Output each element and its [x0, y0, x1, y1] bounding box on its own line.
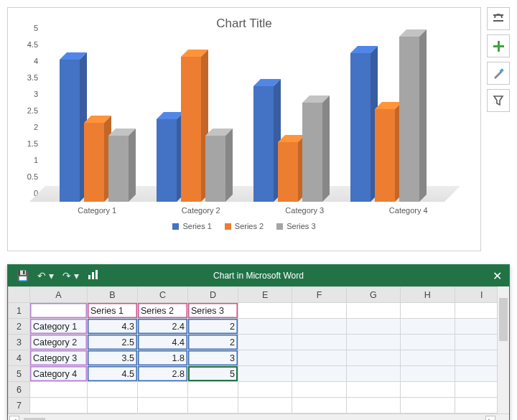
- excel-data-window[interactable]: 💾 ↶ ▾ ↷ ▾ Chart in Microsoft Word ✕ A B …: [7, 264, 510, 420]
- cell[interactable]: Category 2: [30, 335, 88, 350]
- plot-area[interactable]: 00.511.522.533.544.55: [45, 37, 460, 202]
- undo-icon[interactable]: ↶ ▾: [37, 270, 54, 281]
- cell[interactable]: [188, 398, 238, 414]
- bar-series1[interactable]: [157, 119, 177, 202]
- chart-title[interactable]: Chart Title: [21, 17, 467, 31]
- cell[interactable]: [88, 382, 138, 398]
- cell[interactable]: 1.8: [138, 350, 188, 366]
- chart-legend[interactable]: Series 1 Series 2 Series 3: [21, 222, 467, 230]
- bar-series1[interactable]: [253, 86, 274, 202]
- col-header[interactable]: C: [138, 287, 188, 303]
- cell[interactable]: [238, 382, 292, 398]
- chart-icon[interactable]: [88, 269, 98, 282]
- scroll-right-icon[interactable]: ►: [485, 416, 495, 420]
- row-header[interactable]: 1: [9, 303, 30, 319]
- bar-series3[interactable]: [205, 136, 225, 202]
- cell[interactable]: 2.8: [138, 366, 188, 382]
- scroll-left-icon[interactable]: ◄: [9, 416, 19, 420]
- cell[interactable]: Series 1: [88, 303, 138, 319]
- cell[interactable]: Category 1: [30, 319, 88, 335]
- chart-elements-button[interactable]: [487, 34, 510, 57]
- col-header[interactable]: E: [238, 287, 292, 303]
- select-all-corner[interactable]: [9, 287, 30, 303]
- vertical-scrollbar[interactable]: [497, 286, 509, 414]
- cell[interactable]: [401, 366, 455, 382]
- cell[interactable]: [401, 398, 455, 414]
- cell[interactable]: [401, 382, 455, 398]
- cell[interactable]: [30, 398, 88, 414]
- cell[interactable]: Series 3: [188, 303, 238, 319]
- col-header[interactable]: D: [188, 287, 238, 303]
- row-header[interactable]: 6: [9, 382, 30, 398]
- column-header-row[interactable]: A B C D E F G H I: [9, 287, 509, 303]
- bar-series2[interactable]: [278, 142, 298, 202]
- cell[interactable]: [292, 382, 346, 398]
- cell[interactable]: 2.5: [88, 335, 138, 350]
- cell[interactable]: [238, 350, 292, 366]
- bar-series3[interactable]: [399, 37, 419, 202]
- cell[interactable]: [292, 319, 346, 335]
- cell[interactable]: 3.5: [88, 350, 138, 366]
- cell[interactable]: 3: [188, 350, 238, 366]
- cell[interactable]: [346, 398, 400, 414]
- table-row[interactable]: 5 Category 4 4.5 2.8 5: [9, 366, 509, 382]
- layout-options-button[interactable]: [487, 7, 510, 30]
- cell[interactable]: [238, 303, 292, 319]
- close-icon[interactable]: ✕: [493, 269, 502, 283]
- cell[interactable]: [346, 382, 400, 398]
- chart-panel[interactable]: Chart Title 00.511.522.533.544.55 Catego…: [7, 7, 481, 251]
- cell[interactable]: [401, 350, 455, 366]
- chart-filters-button[interactable]: [487, 89, 510, 112]
- legend-item-series2[interactable]: Series 2: [225, 222, 264, 230]
- row-header[interactable]: 4: [9, 350, 30, 366]
- cell[interactable]: [238, 398, 292, 414]
- cell[interactable]: Category 4: [30, 366, 88, 382]
- bar-series3[interactable]: [302, 103, 322, 202]
- table-row[interactable]: 4 Category 3 3.5 1.8 3: [9, 350, 509, 366]
- bar-series2[interactable]: [375, 109, 395, 202]
- bar-series1[interactable]: [60, 60, 80, 202]
- cell[interactable]: [346, 350, 400, 366]
- cell[interactable]: [88, 398, 138, 414]
- cell[interactable]: [292, 303, 346, 319]
- legend-item-series3[interactable]: Series 3: [276, 222, 315, 230]
- cell[interactable]: [401, 335, 455, 350]
- col-header[interactable]: F: [292, 287, 346, 303]
- cell[interactable]: [238, 335, 292, 350]
- scroll-thumb[interactable]: [499, 298, 508, 341]
- table-row[interactable]: 2 Category 1 4.3 2.4 2: [9, 319, 509, 335]
- horizontal-scrollbar[interactable]: ◄ ►: [8, 414, 509, 420]
- cell[interactable]: 2: [188, 319, 238, 335]
- table-row[interactable]: 6: [9, 382, 509, 398]
- cell[interactable]: [346, 303, 400, 319]
- legend-item-series1[interactable]: Series 1: [172, 222, 211, 230]
- cell[interactable]: [292, 335, 346, 350]
- cell[interactable]: [138, 382, 188, 398]
- cell[interactable]: 5: [188, 366, 238, 382]
- save-icon[interactable]: 💾: [17, 270, 29, 281]
- row-header[interactable]: 2: [9, 319, 30, 335]
- col-header[interactable]: H: [401, 287, 455, 303]
- cell[interactable]: Series 2: [138, 303, 188, 319]
- cell[interactable]: [292, 366, 346, 382]
- redo-icon[interactable]: ↷ ▾: [62, 270, 79, 281]
- cell[interactable]: 4.4: [138, 335, 188, 350]
- col-header[interactable]: G: [346, 287, 400, 303]
- row-header[interactable]: 3: [9, 335, 30, 350]
- col-header[interactable]: B: [88, 287, 138, 303]
- cell[interactable]: 4.5: [88, 366, 138, 382]
- spreadsheet-grid[interactable]: A B C D E F G H I 1 Series 1 Series 2: [8, 286, 509, 414]
- cell[interactable]: [292, 350, 346, 366]
- cell[interactable]: [238, 319, 292, 335]
- cell[interactable]: [238, 366, 292, 382]
- table-row[interactable]: 3 Category 2 2.5 4.4 2: [9, 335, 509, 350]
- cell[interactable]: 4.3: [88, 319, 138, 335]
- cell[interactable]: 2: [188, 335, 238, 350]
- cell[interactable]: [346, 366, 400, 382]
- cell[interactable]: [346, 335, 400, 350]
- row-header[interactable]: 5: [9, 366, 30, 382]
- bar-series1[interactable]: [350, 53, 371, 202]
- row-header[interactable]: 7: [9, 398, 30, 414]
- table-row[interactable]: 7: [9, 398, 509, 414]
- chart-styles-button[interactable]: [487, 62, 510, 85]
